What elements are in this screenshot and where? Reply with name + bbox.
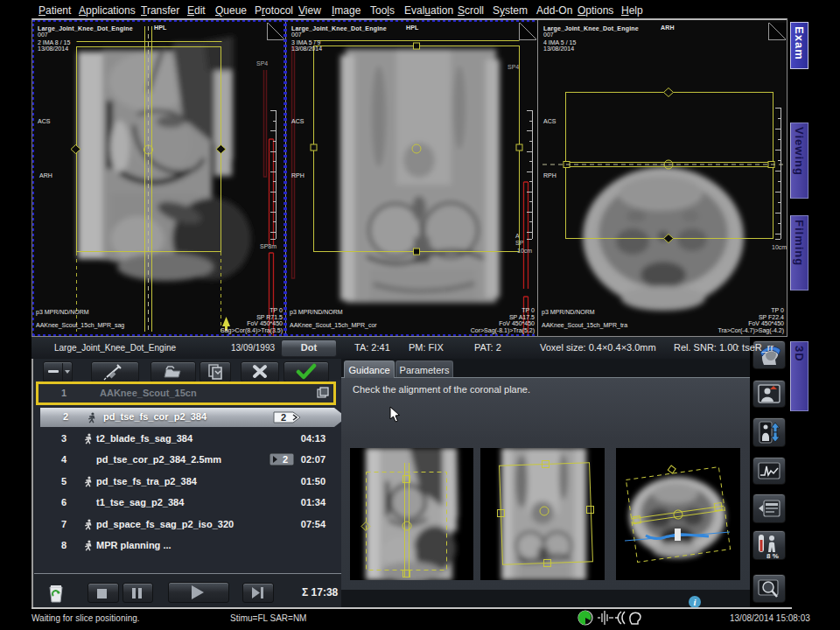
- svg-text:2: 2: [283, 454, 288, 465]
- svg-text:2: 2: [281, 412, 286, 423]
- svg-text:8 %: 8 %: [766, 552, 779, 559]
